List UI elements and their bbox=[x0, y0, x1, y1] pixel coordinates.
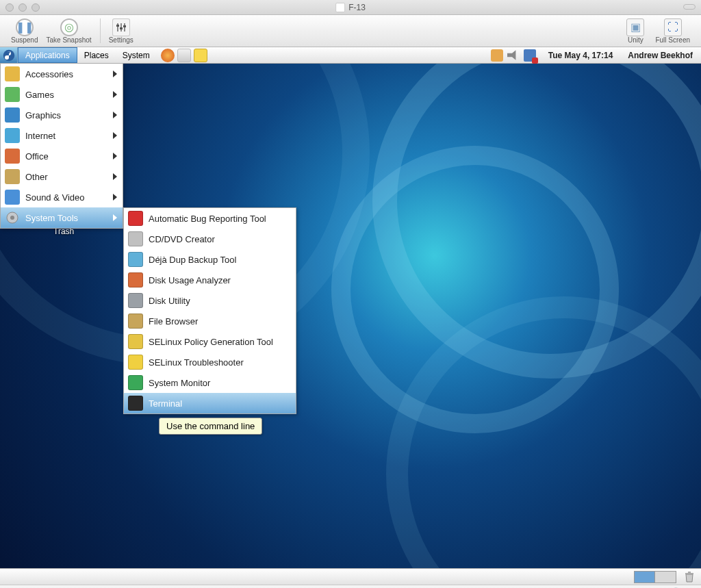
chevron-right-icon bbox=[113, 173, 117, 180]
submenu-item-selinux-troubleshooter[interactable]: SELinux Troubleshooter bbox=[124, 352, 296, 372]
vmware-toolbar: ❚❚ Suspend ◎ Take Snapshot Settings ▣ Un… bbox=[0, 15, 701, 47]
submenu-item-label: Disk Usage Analyzer bbox=[149, 275, 231, 285]
settings-button[interactable]: Settings bbox=[105, 17, 138, 45]
app-menu-item-accessories[interactable]: Accessories bbox=[1, 64, 123, 84]
other-icon bbox=[5, 169, 20, 184]
gnome-bottom-panel bbox=[0, 568, 701, 585]
app-menu-item-office[interactable]: Office bbox=[1, 146, 123, 166]
mac-titlebar: F-13 bbox=[0, 0, 701, 15]
app-menu-item-games[interactable]: Games bbox=[1, 84, 123, 105]
submenu-item-d-j-dup-backup-tool[interactable]: Déjà Dup Backup Tool bbox=[124, 249, 296, 270]
mail-icon[interactable] bbox=[177, 49, 191, 62]
submenu-item-label: CD/DVD Creator bbox=[149, 234, 215, 244]
submenu-item-label: System Monitor bbox=[149, 378, 210, 388]
app-menu-item-system-tools[interactable]: System Tools bbox=[1, 207, 123, 228]
app-menu-item-internet[interactable]: Internet bbox=[1, 125, 123, 146]
system-monitor-icon bbox=[128, 375, 143, 390]
volume-icon[interactable] bbox=[507, 49, 520, 62]
sound-video-icon bbox=[5, 190, 20, 205]
pause-icon: ❚❚ bbox=[16, 18, 34, 36]
system-menu[interactable]: System bbox=[116, 47, 157, 63]
app-menu-item-other[interactable]: Other bbox=[1, 166, 123, 187]
fullscreen-button[interactable]: ⛶ Full Screen bbox=[651, 17, 694, 45]
zoom-btn[interactable] bbox=[31, 3, 40, 12]
applications-menu[interactable]: Applications bbox=[18, 47, 77, 63]
svg-point-8 bbox=[10, 216, 14, 220]
app-menu-item-graphics[interactable]: Graphics bbox=[1, 105, 123, 125]
menu-item-label: Internet bbox=[25, 131, 55, 141]
submenu-item-disk-usage-analyzer[interactable]: Disk Usage Analyzer bbox=[124, 270, 296, 290]
notes-icon[interactable] bbox=[194, 49, 207, 62]
submenu-item-disk-utility[interactable]: Disk Utility bbox=[124, 290, 296, 311]
terminal-icon bbox=[128, 396, 143, 411]
workspace-2[interactable] bbox=[655, 572, 676, 583]
d-j-dup-backup-tool-icon bbox=[128, 252, 143, 267]
chevron-right-icon bbox=[113, 194, 117, 201]
unity-button[interactable]: ▣ Unity bbox=[622, 17, 648, 45]
chevron-right-icon bbox=[113, 91, 117, 98]
internet-icon bbox=[5, 128, 20, 143]
close-btn[interactable] bbox=[5, 3, 14, 12]
graphics-icon bbox=[5, 107, 20, 123]
chevron-right-icon bbox=[113, 71, 117, 77]
submenu-item-label: SELinux Policy Generation Tool bbox=[149, 337, 273, 347]
toolbar-separator bbox=[100, 18, 101, 43]
sliders-icon bbox=[112, 18, 130, 36]
menu-item-label: Sound & Video bbox=[25, 192, 85, 203]
app-menu-item-sound-video[interactable]: Sound & Video bbox=[1, 187, 123, 207]
menu-item-label: Games bbox=[25, 90, 54, 100]
menu-item-label: Graphics bbox=[25, 110, 61, 120]
submenu-item-label: SELinux Troubleshooter bbox=[149, 357, 244, 368]
window-title-icon bbox=[335, 3, 345, 12]
minimize-btn[interactable] bbox=[18, 3, 27, 12]
submenu-item-label: File Browser bbox=[149, 316, 198, 327]
menu-item-label: Accessories bbox=[25, 69, 73, 79]
submenu-item-system-monitor[interactable]: System Monitor bbox=[124, 372, 296, 393]
panel-user[interactable]: Andrew Beekhof bbox=[620, 47, 701, 63]
suspend-button[interactable]: ❚❚ Suspend bbox=[7, 17, 42, 45]
menu-item-label: System Tools bbox=[25, 213, 78, 223]
firefox-icon[interactable] bbox=[161, 49, 175, 62]
submenu-item-selinux-policy-generation-tool[interactable]: SELinux Policy Generation Tool bbox=[124, 331, 296, 352]
workspace-switcher bbox=[634, 571, 676, 583]
camera-icon: ◎ bbox=[60, 18, 78, 36]
svg-rect-9 bbox=[685, 573, 693, 574]
menu-item-label: Office bbox=[25, 151, 49, 162]
update-icon[interactable] bbox=[491, 49, 503, 62]
submenu-item-file-browser[interactable]: File Browser bbox=[124, 311, 296, 331]
automatic-bug-reporting-tool-icon bbox=[128, 211, 143, 226]
panel-clock[interactable]: Tue May 4, 17:14 bbox=[541, 47, 620, 63]
vmware-status-bar: VMware Tools is not installed. Choose th… bbox=[0, 585, 701, 588]
window-title: F-13 bbox=[335, 3, 366, 12]
svg-rect-3 bbox=[116, 25, 119, 27]
window-title-text: F-13 bbox=[348, 3, 366, 12]
office-icon bbox=[5, 149, 20, 164]
accessories-icon bbox=[5, 66, 20, 81]
file-browser-icon bbox=[128, 314, 143, 329]
selinux-troubleshooter-icon bbox=[128, 355, 143, 370]
panel-launchers bbox=[157, 47, 212, 63]
snapshot-button[interactable]: ◎ Take Snapshot bbox=[42, 17, 95, 45]
submenu-item-cd-dvd-creator[interactable]: CD/DVD Creator bbox=[124, 229, 296, 249]
fullscreen-icon: ⛶ bbox=[664, 18, 682, 36]
chevron-right-icon bbox=[113, 112, 117, 118]
chevron-right-icon bbox=[113, 132, 117, 139]
selinux-policy-generation-tool-icon bbox=[128, 334, 143, 349]
menu-item-label: Other bbox=[25, 172, 48, 182]
places-menu[interactable]: Places bbox=[77, 47, 116, 63]
panel-tray bbox=[485, 47, 541, 63]
svg-rect-4 bbox=[120, 27, 123, 29]
submenu-item-automatic-bug-reporting-tool[interactable]: Automatic Bug Reporting Tool bbox=[124, 208, 296, 229]
submenu-item-terminal[interactable]: Terminal bbox=[124, 393, 296, 413]
unity-icon: ▣ bbox=[626, 18, 644, 36]
workspace-1[interactable] bbox=[635, 572, 655, 583]
desktop[interactable]: Trash AccessoriesGamesGraphicsInternetOf… bbox=[0, 64, 701, 568]
fedora-logo[interactable] bbox=[0, 47, 18, 63]
trash-applet[interactable] bbox=[682, 570, 697, 585]
applications-dropdown: AccessoriesGamesGraphicsInternetOfficeOt… bbox=[0, 64, 123, 229]
network-icon[interactable] bbox=[524, 49, 536, 62]
svg-rect-10 bbox=[688, 572, 691, 573]
disk-utility-icon bbox=[128, 293, 143, 308]
svg-rect-5 bbox=[123, 25, 126, 27]
submenu-item-label: Déjà Dup Backup Tool bbox=[149, 255, 236, 265]
